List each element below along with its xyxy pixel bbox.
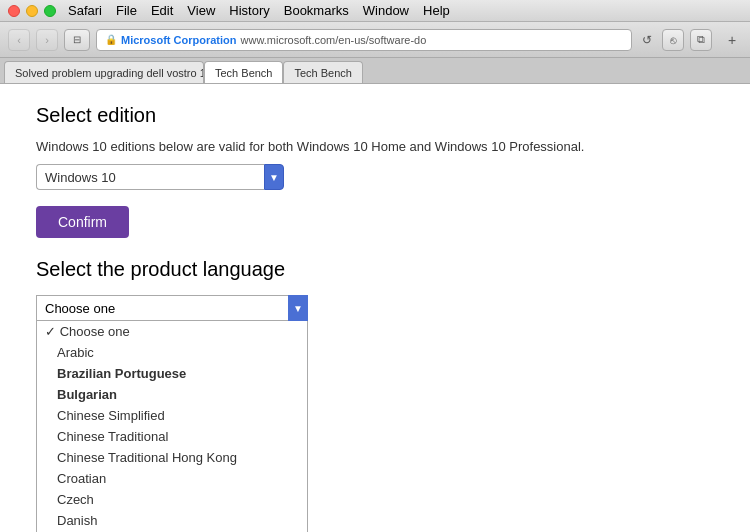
share-button[interactable]: ⎋ — [662, 29, 684, 51]
lang-option-choose-one[interactable]: Choose one — [37, 321, 307, 342]
address-bar[interactable]: 🔒 Microsoft Corporation www.microsoft.co… — [96, 29, 632, 51]
tab-0[interactable]: Solved problem upgrading dell vostro 100… — [4, 61, 204, 83]
tab-bar: Solved problem upgrading dell vostro 100… — [0, 58, 750, 84]
url-text: www.microsoft.com/en-us/software-do — [241, 34, 427, 46]
lock-icon: 🔒 — [105, 34, 117, 45]
menu-history[interactable]: History — [229, 3, 269, 18]
tab-label-1: Tech Bench — [215, 67, 272, 79]
edition-dropdown-arrow[interactable]: ▼ — [264, 164, 284, 190]
lang-option-croatian[interactable]: Croatian — [37, 468, 307, 489]
section1-title: Select edition — [36, 104, 714, 127]
forward-icon: › — [45, 34, 49, 46]
newwin-icon: ⧉ — [697, 33, 705, 46]
reload-icon: ↺ — [642, 33, 652, 47]
confirm-button[interactable]: Confirm — [36, 206, 129, 238]
minimize-button[interactable] — [26, 5, 38, 17]
menu-help[interactable]: Help — [423, 3, 450, 18]
menu-window[interactable]: Window — [363, 3, 409, 18]
tab-label-0: Solved problem upgrading dell vostro 100… — [15, 67, 204, 79]
lang-option-bulgarian[interactable]: Bulgarian — [37, 384, 307, 405]
new-window-button[interactable]: ⧉ — [690, 29, 712, 51]
lang-option-arabic[interactable]: Arabic — [37, 342, 307, 363]
language-dropdown-trigger[interactable]: Choose one — [36, 295, 308, 321]
menu-bar: Safari File Edit View History Bookmarks … — [68, 3, 450, 18]
forward-button[interactable]: › — [36, 29, 58, 51]
titlebar: Safari File Edit View History Bookmarks … — [0, 0, 750, 22]
menu-bookmarks[interactable]: Bookmarks — [284, 3, 349, 18]
navbar: ‹ › ⊟ 🔒 Microsoft Corporation www.micros… — [0, 22, 750, 58]
lang-option-chinese-traditional-hk[interactable]: Chinese Traditional Hong Kong — [37, 447, 307, 468]
corp-name: Microsoft Corporation — [121, 34, 237, 46]
back-icon: ‹ — [17, 34, 21, 46]
menu-file[interactable]: File — [116, 3, 137, 18]
edition-row: ▼ — [36, 164, 714, 190]
edition-input[interactable] — [36, 164, 264, 190]
lang-option-danish[interactable]: Danish — [37, 510, 307, 531]
lang-option-czech[interactable]: Czech — [37, 489, 307, 510]
tab-label-2: Tech Bench — [294, 67, 351, 79]
menu-safari[interactable]: Safari — [68, 3, 102, 18]
language-selected-value: Choose one — [45, 301, 115, 316]
page-content: Select edition Windows 10 editions below… — [0, 84, 750, 490]
tab-2[interactable]: Tech Bench — [283, 61, 362, 83]
reload-button[interactable]: ↺ — [638, 31, 656, 49]
close-button[interactable] — [8, 5, 20, 17]
fullscreen-button[interactable] — [44, 5, 56, 17]
lang-option-brazilian-portuguese[interactable]: Brazilian Portuguese — [37, 363, 307, 384]
section1-description: Windows 10 editions below are valid for … — [36, 139, 714, 154]
reader-icon: ⊟ — [73, 34, 81, 45]
lang-option-chinese-traditional[interactable]: Chinese Traditional — [37, 426, 307, 447]
language-dropdown-list: Choose one Arabic Brazilian Portuguese B… — [36, 321, 308, 532]
traffic-lights — [8, 5, 56, 17]
tab-1[interactable]: Tech Bench — [204, 61, 283, 83]
reader-button[interactable]: ⊟ — [64, 29, 90, 51]
lang-option-chinese-simplified[interactable]: Chinese Simplified — [37, 405, 307, 426]
new-tab-button[interactable]: + — [722, 30, 742, 50]
section2-title: Select the product language — [36, 258, 714, 281]
back-button[interactable]: ‹ — [8, 29, 30, 51]
language-dropdown[interactable]: Choose one ▼ Choose one Arabic Brazilian… — [36, 295, 308, 321]
menu-edit[interactable]: Edit — [151, 3, 173, 18]
language-dropdown-arrow[interactable]: ▼ — [288, 295, 308, 321]
share-icon: ⎋ — [670, 34, 677, 46]
menu-view[interactable]: View — [187, 3, 215, 18]
